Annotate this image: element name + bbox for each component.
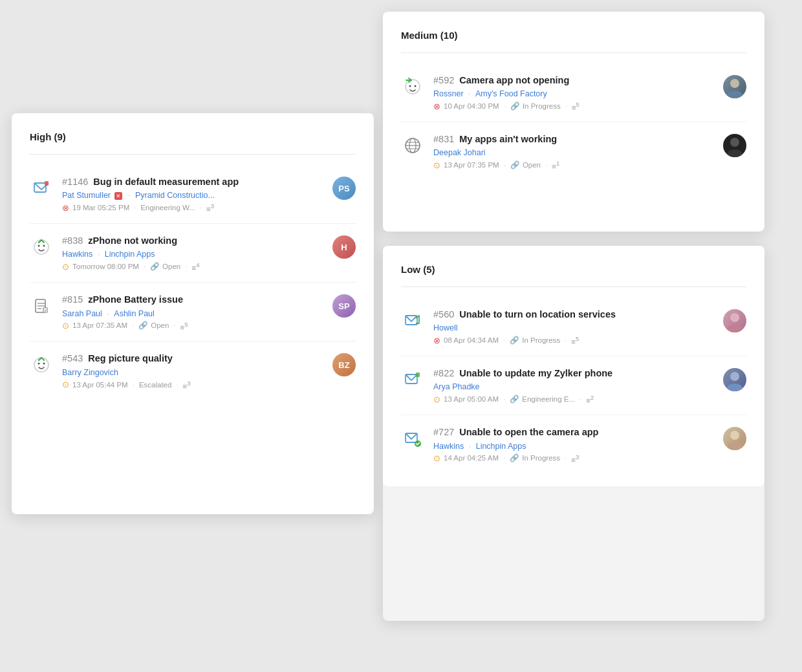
avatar xyxy=(723,309,746,332)
avatar: H xyxy=(332,235,356,259)
ticket-title: #543 Reg picture quality xyxy=(62,352,323,365)
avatar xyxy=(723,427,746,450)
face-green-icon xyxy=(30,235,53,259)
ticket-meta-info: ⊙ 13 Apr 05:00 AM · 🔗 Engineering E... ·… xyxy=(433,394,714,404)
ticket-meta-info: ⊙ 13 Apr 07:35 AM · 🔗 Open · ≡5 xyxy=(62,321,323,331)
ticket-agent[interactable]: Rossner xyxy=(433,89,464,98)
ticket-id: #727 xyxy=(433,427,454,437)
medium-priority-panel: Medium (10) #592 Camera app not opening … xyxy=(383,12,764,232)
svg-rect-29 xyxy=(416,373,420,377)
ticket-agent[interactable]: Howell xyxy=(433,323,458,332)
avatar: SP xyxy=(332,294,356,318)
ticket-meta-info: ⊗ 08 Apr 04:34 AM · 🔗 In Progress · ≡5 xyxy=(433,335,714,345)
ticket-id: #543 xyxy=(62,353,83,363)
ticket-title: #592 Camera app not opening xyxy=(433,74,714,87)
ticket-company[interactable]: Amy's Food Factory xyxy=(475,89,547,98)
avatar: BZ xyxy=(332,353,356,376)
ticket-meta-links: Hawkins · Linchpin Apps xyxy=(62,250,323,259)
avatar: PS xyxy=(332,177,356,200)
ticket-id: #592 xyxy=(433,75,454,85)
ticket-meta-info: ⊗ 19 Mar 05:25 PM · Engineering W... · ≡… xyxy=(62,202,323,213)
ticket-body: #592 Camera app not opening Rossner · Am… xyxy=(433,74,714,111)
ticket-meta-links: Sarah Paul · Ashlin Paul xyxy=(62,309,323,318)
ticket-body: #815 zPhone Battery issue Sarah Paul · A… xyxy=(62,293,323,331)
ticket-meta-links: Rossner · Amy's Food Factory xyxy=(433,89,714,98)
ticket-item[interactable]: #727 Unable to open the camera app Hawki… xyxy=(401,415,746,473)
medium-section-title: Medium (10) xyxy=(401,30,746,41)
ticket-agent[interactable]: Hawkins xyxy=(433,442,464,451)
ticket-company[interactable]: Ashlin Paul xyxy=(114,309,155,318)
ticket-item[interactable]: #592 Camera app not opening Rossner · Am… xyxy=(401,63,746,122)
face-icon xyxy=(30,353,53,376)
ticket-title: #838 zPhone not working xyxy=(62,234,323,247)
ticket-agent[interactable]: Hawkins xyxy=(62,250,92,259)
ticket-agent[interactable]: Sarah Paul xyxy=(62,309,102,318)
ticket-meta-links: Arya Phadke xyxy=(433,382,714,391)
low-priority-panel-wrapper: Low (5) #560 Unable to turn on location … xyxy=(383,246,764,621)
ticket-meta-info: ⊙ 13 Apr 07:35 PM · 🔗 Open · ≡1 xyxy=(433,160,714,170)
mail-check-icon xyxy=(401,427,424,450)
ticket-item[interactable]: #1146 Bug in default measurement app Pat… xyxy=(30,165,356,224)
avatar xyxy=(723,368,746,391)
svg-point-14 xyxy=(415,85,417,87)
ticket-body: #838 zPhone not working Hawkins · Linchp… xyxy=(62,234,323,272)
ticket-agent[interactable]: Arya Phadke xyxy=(433,382,480,391)
ticket-item[interactable]: #822 Unable to update my Zylker phone Ar… xyxy=(401,356,746,415)
ticket-company[interactable]: Linchpin Apps xyxy=(105,250,155,259)
ticket-body: #543 Reg picture quality Barry Zingovich… xyxy=(62,352,323,389)
ticket-company[interactable]: Pyramid Constructio... xyxy=(135,191,215,200)
ticket-item[interactable]: #815 zPhone Battery issue Sarah Paul · A… xyxy=(30,283,356,341)
svg-point-13 xyxy=(409,85,411,87)
ticket-agent[interactable]: Deepak Johari xyxy=(433,148,486,157)
ticket-title: #560 Unable to turn on location services xyxy=(433,308,714,321)
mail-icon xyxy=(401,309,424,332)
svg-point-9 xyxy=(34,358,49,372)
ticket-id: #560 xyxy=(433,309,454,320)
mail-flag-green-icon xyxy=(401,368,424,391)
ticket-item[interactable]: #560 Unable to turn on location services… xyxy=(401,298,746,356)
svg-point-16 xyxy=(730,79,739,88)
ticket-id: #822 xyxy=(433,368,454,378)
ticket-title: #822 Unable to update my Zylker phone xyxy=(433,367,714,380)
svg-point-27 xyxy=(727,325,742,332)
ticket-meta-info: ⊙ 13 Apr 05:44 PM · Escalated · ≡3 xyxy=(62,380,323,390)
ticket-id: #815 xyxy=(62,294,83,305)
svg-point-24 xyxy=(727,149,742,157)
mail-flag-icon xyxy=(30,177,53,200)
ticket-company[interactable]: Linchpin Apps xyxy=(476,442,526,451)
ticket-meta-info: ⊗ 10 Apr 04:30 PM · 🔗 In Progress · ≡5 xyxy=(433,101,714,111)
ticket-id: #1146 xyxy=(62,177,88,187)
svg-point-10 xyxy=(38,363,40,365)
ticket-body: #1146 Bug in default measurement app Pat… xyxy=(62,175,323,213)
ticket-item[interactable]: #831 My apps ain't working Deepak Johari… xyxy=(401,122,746,180)
ticket-title: #1146 Bug in default measurement app xyxy=(62,175,323,188)
svg-point-31 xyxy=(727,384,742,391)
ticket-agent[interactable]: Barry Zingovich xyxy=(62,368,118,377)
svg-point-3 xyxy=(38,245,40,247)
ticket-title: #831 My apps ain't working xyxy=(433,133,714,146)
svg-point-30 xyxy=(730,372,739,381)
ticket-item[interactable]: #543 Reg picture quality Barry Zingovich… xyxy=(30,341,356,400)
ticket-meta-info: ⊙ 14 Apr 04:25 AM · 🔗 In Progress · ≡3 xyxy=(433,453,714,464)
avatar xyxy=(723,134,746,157)
avatar xyxy=(723,75,746,98)
ticket-id: #838 xyxy=(62,235,83,246)
globe-icon xyxy=(401,134,424,157)
ticket-item[interactable]: #838 zPhone not working Hawkins · Linchp… xyxy=(30,224,356,283)
ticket-title: #727 Unable to open the camera app xyxy=(433,426,714,439)
svg-rect-1 xyxy=(45,181,49,186)
ticket-body: #831 My apps ain't working Deepak Johari… xyxy=(433,133,714,170)
face-green-arrow-icon xyxy=(401,75,424,98)
high-section-title: High (9) xyxy=(30,131,356,142)
low-priority-panel: Low (5) #560 Unable to turn on location … xyxy=(383,246,764,486)
ticket-agent[interactable]: Pat Stumuller xyxy=(62,191,111,200)
svg-point-34 xyxy=(730,431,739,440)
ticket-body: #560 Unable to turn on location services… xyxy=(433,308,714,345)
svg-point-11 xyxy=(43,363,45,365)
ticket-meta-links: Howell xyxy=(433,323,714,332)
ticket-body: #727 Unable to open the camera app Hawki… xyxy=(433,426,714,463)
svg-point-35 xyxy=(727,442,742,450)
ticket-meta-links: Pat Stumuller ✕ · Pyramid Constructio... xyxy=(62,191,323,200)
ticket-body: #822 Unable to update my Zylker phone Ar… xyxy=(433,367,714,404)
low-section-title: Low (5) xyxy=(401,264,746,275)
